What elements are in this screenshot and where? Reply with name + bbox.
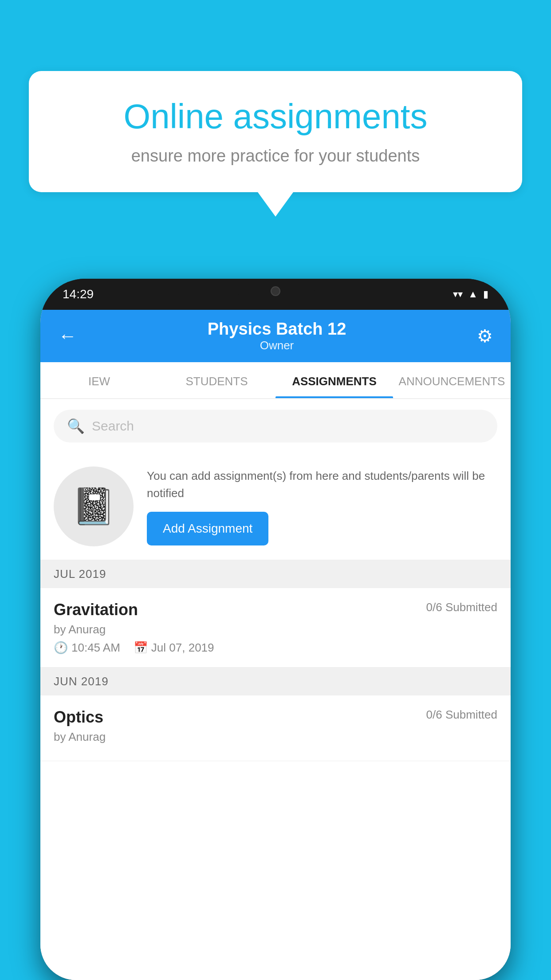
tab-assignments[interactable]: ASSIGNMENTS bbox=[276, 362, 393, 398]
header-center: Physics Batch 12 Owner bbox=[208, 320, 346, 352]
promo-icon-circle: 📓 bbox=[54, 466, 134, 546]
batch-title: Physics Batch 12 bbox=[208, 320, 346, 339]
status-time: 14:29 bbox=[63, 287, 94, 301]
app-header: ← Physics Batch 12 Owner ⚙ bbox=[40, 310, 511, 362]
list-item[interactable]: Optics 0/6 Submitted by Anurag bbox=[40, 695, 511, 761]
bubble-title: Online assignments bbox=[60, 98, 491, 136]
search-icon: 🔍 bbox=[67, 418, 85, 435]
section-header-jul: JUL 2019 bbox=[40, 560, 511, 588]
add-assignment-button[interactable]: Add Assignment bbox=[147, 512, 268, 545]
section-header-jun: JUN 2019 bbox=[40, 668, 511, 695]
assignment-by: by Anurag bbox=[54, 623, 497, 636]
tab-announcements[interactable]: ANNOUNCEMENTS bbox=[393, 362, 511, 398]
settings-icon[interactable]: ⚙ bbox=[477, 326, 493, 346]
wifi-icon: ▾▾ bbox=[453, 288, 463, 300]
promo-text: You can add assignment(s) from here and … bbox=[147, 467, 497, 545]
promo-bubble: Online assignments ensure more practice … bbox=[29, 71, 522, 217]
assignment-title: Gravitation bbox=[54, 601, 138, 619]
clock-icon: 🕐 bbox=[54, 641, 68, 655]
batch-role: Owner bbox=[208, 339, 346, 352]
tab-students[interactable]: STUDENTS bbox=[158, 362, 276, 398]
assignment-submitted: 0/6 Submitted bbox=[426, 708, 497, 722]
camera bbox=[271, 286, 280, 296]
content-area: 🔍 Search 📓 You can add assignment(s) fro… bbox=[40, 399, 511, 980]
time-value: 10:45 AM bbox=[71, 641, 120, 655]
phone-frame: 14:29 ▾▾ ▲ ▮ ← Physics Batch 12 Owner ⚙ … bbox=[40, 279, 511, 980]
phone-screen: ← Physics Batch 12 Owner ⚙ IEW STUDENTS … bbox=[40, 310, 511, 980]
bubble-arrow bbox=[258, 192, 293, 217]
date-value: Jul 07, 2019 bbox=[151, 641, 214, 655]
assignment-date: 📅 Jul 07, 2019 bbox=[134, 641, 214, 655]
assignment-time: 🕐 10:45 AM bbox=[54, 641, 120, 655]
assignment-submitted: 0/6 Submitted bbox=[426, 601, 497, 614]
promo-section: 📓 You can add assignment(s) from here an… bbox=[40, 453, 511, 560]
status-icons: ▾▾ ▲ ▮ bbox=[453, 288, 488, 300]
assignment-row: Gravitation 0/6 Submitted bbox=[54, 601, 497, 619]
assignment-title: Optics bbox=[54, 708, 103, 727]
back-button[interactable]: ← bbox=[58, 325, 77, 347]
search-bar[interactable]: 🔍 Search bbox=[54, 410, 497, 443]
bubble-subtitle: ensure more practice for your students bbox=[60, 146, 491, 166]
assignment-meta: 🕐 10:45 AM 📅 Jul 07, 2019 bbox=[54, 641, 497, 655]
calendar-icon: 📅 bbox=[134, 641, 148, 655]
list-item[interactable]: Gravitation 0/6 Submitted by Anurag 🕐 10… bbox=[40, 588, 511, 668]
tabs-bar: IEW STUDENTS ASSIGNMENTS ANNOUNCEMENTS bbox=[40, 362, 511, 399]
assignment-by: by Anurag bbox=[54, 730, 497, 744]
search-placeholder: Search bbox=[92, 419, 134, 434]
tab-overview[interactable]: IEW bbox=[40, 362, 158, 398]
phone-notch bbox=[236, 279, 315, 303]
promo-description: You can add assignment(s) from here and … bbox=[147, 467, 497, 502]
notebook-icon: 📓 bbox=[71, 486, 116, 527]
battery-icon: ▮ bbox=[483, 288, 488, 300]
assignment-row: Optics 0/6 Submitted bbox=[54, 708, 497, 727]
status-bar: 14:29 ▾▾ ▲ ▮ bbox=[40, 279, 511, 310]
signal-icon: ▲ bbox=[468, 288, 478, 300]
speech-bubble-card: Online assignments ensure more practice … bbox=[29, 71, 522, 192]
